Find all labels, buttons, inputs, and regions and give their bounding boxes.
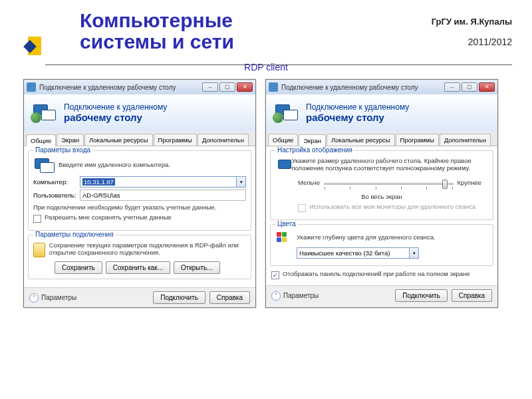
combo-dropdown-icon[interactable]: ▾ [237,176,246,188]
close-button[interactable]: ✕ [237,82,253,92]
connect-button[interactable]: Подключить [153,291,205,304]
monitor-icon [275,157,286,174]
minimize-button[interactable]: – [444,82,460,92]
conn-desc: Сохранение текущих параметров подключени… [49,241,246,256]
window-title: Подключение к удаленному рабочему столу [39,84,176,91]
colors-group: Цвета Укажите глубину цвета для удаленно… [270,224,493,266]
help-button[interactable]: Справка [209,291,250,304]
rdp-icon [273,100,301,126]
tab-display[interactable]: Экран [299,134,326,146]
university-name: ГрГУ им. Я.Купалы [432,17,512,27]
options-toggle[interactable]: ˄ Параметры [271,291,395,301]
banner: Подключение к удаленному рабочему столу [24,94,255,131]
connect-button[interactable]: Подключить [395,289,448,302]
titlebar[interactable]: Подключение к удаленному рабочему столу … [266,80,497,94]
color-depth-combo[interactable]: Наивысшее качество (32 бита) [297,247,410,259]
open-button[interactable]: Открыть... [174,261,220,274]
computer-combo[interactable]: 10.31.1.97 [80,176,237,188]
display-settings-group: Настройка отображения Укажите размер уда… [270,150,493,220]
save-as-button[interactable]: Сохранить как... [106,261,170,274]
slider-thumb[interactable] [442,180,448,189]
rdp-icon [31,100,59,126]
all-monitors-label: Использовать все мои мониторы для удален… [309,203,475,210]
tab-advanced[interactable]: Дополнительн [198,134,249,146]
tab-local-resources[interactable]: Локальные ресурсы [327,134,394,146]
university-logo [23,37,43,57]
display-desc: Укажите размер удаленного рабочего стола… [291,157,488,172]
login-params-group: Параметры входа Введите имя удаленного к… [28,150,251,231]
rdp-dialog-general: Подключение к удаленному рабочему столу … [23,79,256,308]
options-toggle[interactable]: ˄ Параметры [29,293,153,303]
chevron-up-icon: ˄ [271,291,281,301]
palette-icon [275,231,293,245]
tab-display[interactable]: Экран [57,134,84,146]
maximize-button[interactable]: ▢ [462,82,477,92]
label-computer: Компьютер: [33,178,80,186]
tab-local-resources[interactable]: Локальные ресурсы [84,134,152,146]
tab-strip: Общие Экран Локальные ресурсы Программы … [24,131,255,146]
tab-general[interactable]: Общие [26,134,56,146]
rdp-dialog-display: Подключение к удаленному рабочему столу … [265,79,498,308]
slider-large-label: Крупнее [458,179,481,186]
tab-advanced[interactable]: Дополнительн [440,134,491,146]
app-icon [269,82,278,92]
user-field[interactable]: AD-GRSU\as [80,190,246,201]
save-creds-checkbox[interactable] [33,215,41,223]
connection-bar-label: Отображать панель подключений при работе… [283,270,470,277]
tab-general[interactable]: Общие [268,134,298,146]
help-button[interactable]: Справка [452,289,492,302]
connection-bar-checkbox[interactable]: ✓ [271,271,279,279]
save-button[interactable]: Сохранить [55,261,102,274]
save-creds-label: Разрешить мне сохранять учетные данные [45,213,172,221]
slide-subtitle: RDP client [0,62,532,72]
label-user: Пользователь: [33,192,80,199]
banner: Подключение к удаленному рабочему столу [266,94,497,131]
combo-dropdown-icon[interactable]: ▾ [410,247,419,259]
app-icon [27,82,36,92]
computer-icon [33,157,53,174]
tab-programs[interactable]: Программы [154,134,197,146]
slider-value-label: Во весь экран [275,193,488,200]
window-title: Подключение к удаленному рабочему столу [281,84,418,91]
minimize-button[interactable]: – [202,82,218,92]
slider-small-label: Мельче [298,179,320,186]
tab-programs[interactable]: Программы [396,134,439,146]
maximize-button[interactable]: ▢ [219,82,235,92]
close-button[interactable]: ✕ [479,82,495,92]
display-size-slider[interactable] [324,183,453,185]
academic-year: 2011/2012 [468,37,512,47]
chevron-up-icon: ˄ [29,293,39,303]
titlebar[interactable]: Подключение к удаленному рабочему столу … [24,80,255,94]
login-note: При подключении необходимо будет указать… [33,203,246,211]
divider [45,65,512,65]
folder-icon [33,243,45,257]
login-desc: Введите имя удаленного компьютера. [59,161,170,168]
tab-strip: Общие Экран Локальные ресурсы Программы … [266,131,497,146]
connection-params-group: Параметры подключения Сохранение текущих… [28,235,251,279]
all-monitors-checkbox [298,204,306,212]
colors-desc: Укажите глубину цвета для удаленного сеа… [297,233,436,241]
